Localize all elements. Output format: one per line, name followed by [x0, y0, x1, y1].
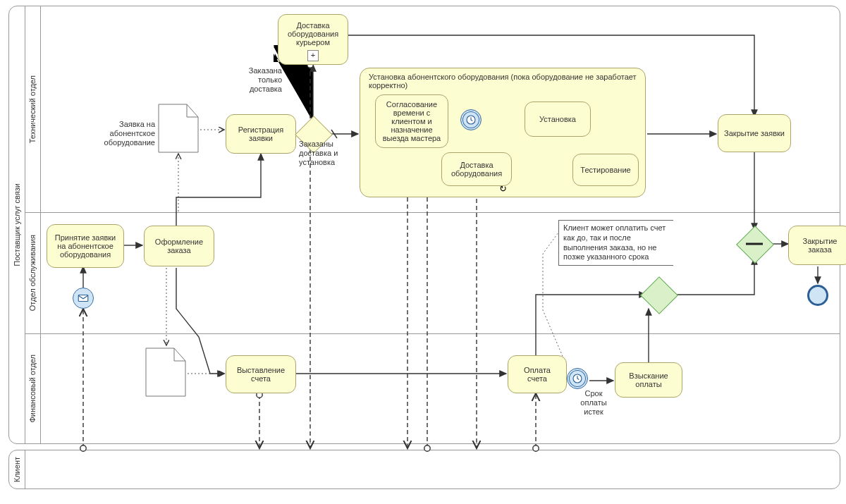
task-collect-payment-label: Взысканиеоплаты [629, 371, 668, 388]
lane-service-label: Отдел обслуживания [28, 235, 37, 311]
pool-client-header: Клиент [9, 450, 25, 488]
pool-provider-label: Поставщик услуг связи [13, 183, 21, 266]
task-sub-delivery[interactable]: Доставкаоборудования [441, 152, 512, 186]
task-courier-delivery-label: Доставкаоборудованиякурьером [288, 21, 338, 47]
task-accept-request-label: Принятие заявкина абонентскоеоборудовани… [55, 233, 116, 259]
lane-tech-label: Технический отдел [28, 75, 37, 143]
lane-sep-2 [25, 333, 840, 334]
label-only-delivery: Заказанатолькодоставка [237, 66, 282, 94]
task-registration[interactable]: Регистрациязаявки [226, 114, 296, 154]
start-message-event[interactable] [73, 288, 94, 309]
lane-tech-header: Технический отдел [25, 6, 41, 212]
lane-service-header: Отдел обслуживания [25, 212, 41, 333]
annotation-payment-text: Клиент может оплатить счет как до, так и… [563, 223, 666, 261]
task-pay-invoice[interactable]: Оплатасчета [508, 355, 567, 393]
annotation-payment: Клиент может оплатить счет как до, так и… [558, 220, 673, 266]
gateway-parallel[interactable] [742, 231, 767, 257]
lane-sep-1 [25, 212, 840, 213]
task-accept-request[interactable]: Принятие заявкина абонентскоеоборудовани… [47, 224, 124, 268]
task-testing-label: Тестирование [580, 166, 630, 174]
pool-client-label: Клиент [13, 457, 21, 482]
task-install-label: Установка [539, 115, 576, 123]
task-close-request[interactable]: Закрытие заявки [718, 114, 791, 152]
bpmn-diagram: Поставщик услуг связи Технический отдел … [0, 0, 846, 504]
label-delivery-and-install: Заказаныдоставка иустановка [299, 140, 354, 168]
timer-icon [571, 372, 584, 385]
pool-client: Клиент [8, 450, 840, 489]
intermediate-timer-event[interactable] [460, 109, 482, 130]
label-timer: Срокоплатыистек [575, 389, 612, 417]
task-invoice-label: Выставлениесчета [237, 366, 285, 383]
svg-rect-3 [78, 295, 88, 302]
task-courier-delivery[interactable]: Доставкаоборудованиякурьером + [278, 14, 348, 65]
label-doc-request: Заявка наабонентскоеоборудование [93, 120, 155, 148]
lane-finance-header: Финансовый отдел [25, 333, 41, 443]
task-collect-payment[interactable]: Взысканиеоплаты [615, 362, 682, 398]
task-close-order[interactable]: Закрытие заказа [788, 226, 846, 265]
message-icon [77, 292, 90, 305]
pool-provider-header: Поставщик услуг связи [9, 6, 25, 443]
task-order-form-label: Оформлениезаказа [155, 238, 203, 254]
timer-icon [465, 113, 477, 126]
lane-finance-label: Финансовый отдел [28, 355, 37, 423]
task-invoice[interactable]: Выставлениесчета [226, 355, 296, 393]
task-close-order-label: Закрытие заказа [792, 237, 846, 254]
task-testing[interactable]: Тестирование [572, 154, 639, 186]
task-pay-invoice-label: Оплатасчета [524, 366, 551, 383]
task-install[interactable]: Установка [525, 102, 591, 137]
subprocess-install-title: Установка абонентского оборудования (пок… [369, 73, 637, 90]
gateway-xor-payment[interactable] [646, 282, 671, 307]
task-schedule-label: Согласованиевремени склиентом иназначени… [383, 100, 441, 142]
task-order-form[interactable]: Оформлениезаказа [144, 226, 214, 266]
task-close-request-label: Закрытие заявки [724, 129, 785, 137]
task-schedule[interactable]: Согласованиевремени склиентом иназначени… [375, 94, 448, 148]
subprocess-marker-icon: + [307, 50, 319, 61]
task-sub-delivery-label: Доставкаоборудования [451, 161, 502, 178]
task-registration-label: Регистрациязаявки [238, 125, 283, 142]
boundary-timer-event[interactable] [567, 368, 588, 389]
end-event[interactable] [807, 285, 828, 306]
